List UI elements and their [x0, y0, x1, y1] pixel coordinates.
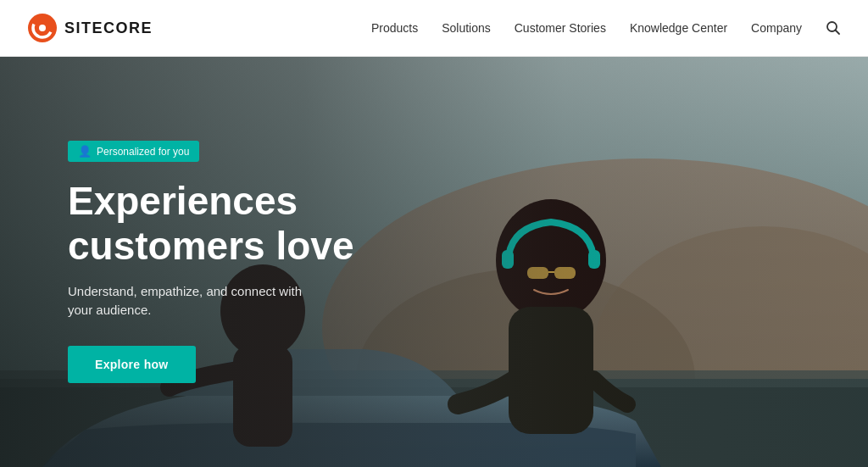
- search-button[interactable]: [826, 20, 841, 36]
- hero-title-line1: Experiences: [68, 179, 298, 223]
- nav-item-customer-stories[interactable]: Customer Stories: [515, 21, 606, 35]
- nav-item-knowledge-center[interactable]: Knowledge Center: [630, 21, 727, 35]
- personalized-badge: 👤 Personalized for you: [68, 141, 199, 162]
- nav-item-company[interactable]: Company: [751, 21, 802, 35]
- person-icon: 👤: [78, 145, 92, 158]
- main-nav: Products Solutions Customer Stories Know…: [371, 20, 841, 36]
- logo-text: SITECORE: [64, 19, 153, 37]
- header: SITECORE Products Solutions Customer Sto…: [0, 0, 868, 57]
- search-icon: [826, 20, 841, 36]
- svg-line-4: [836, 31, 840, 35]
- hero-section: 👤 Personalized for you Experiences custo…: [0, 57, 868, 467]
- svg-point-2: [39, 25, 46, 31]
- nav-item-solutions[interactable]: Solutions: [442, 21, 491, 35]
- sitecore-logo-icon: [27, 13, 58, 43]
- hero-title-line2: customers love: [68, 224, 353, 268]
- hero-content: 👤 Personalized for you Experiences custo…: [0, 57, 868, 467]
- hero-subtitle: Understand, empathize, and connect with …: [68, 282, 305, 320]
- logo[interactable]: SITECORE: [27, 13, 153, 43]
- badge-text: Personalized for you: [97, 146, 189, 158]
- nav-item-products[interactable]: Products: [371, 21, 418, 35]
- explore-how-button[interactable]: Explore how: [68, 346, 196, 383]
- hero-title: Experiences customers love: [68, 179, 390, 269]
